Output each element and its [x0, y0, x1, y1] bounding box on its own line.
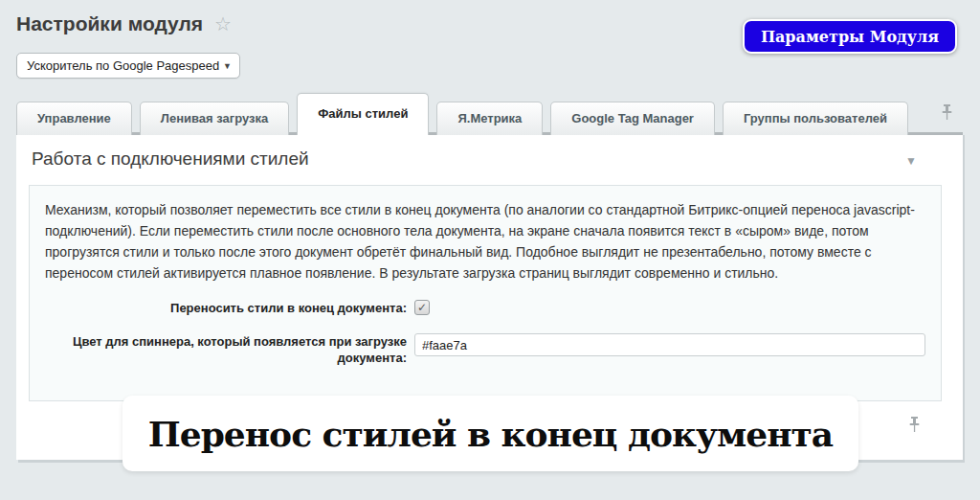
module-select[interactable]: Ускоритель по Google Pagespeed ▼	[16, 53, 240, 79]
tab-ya-metrika[interactable]: Я.Метрика	[436, 102, 543, 135]
tab-style-files[interactable]: Файлы стилей	[297, 93, 429, 135]
tab-management[interactable]: Управление	[16, 102, 132, 135]
pin-icon[interactable]	[908, 416, 921, 433]
page-title: Настройки модуля ☆	[16, 12, 232, 35]
favorite-star-icon[interactable]: ☆	[214, 12, 232, 35]
section-header: Работа с подключениями стилей ▼	[16, 135, 963, 181]
move-styles-row: Переносить стили в конец документа: ✓	[30, 300, 941, 316]
tab-user-groups[interactable]: Группы пользователей	[723, 102, 908, 135]
collapse-caret-icon[interactable]: ▼	[905, 154, 917, 168]
move-styles-label: Переносить стили в конец документа:	[30, 300, 414, 316]
spinner-color-label: Цвет для спиннера, который появляется пр…	[30, 333, 414, 366]
spinner-color-input[interactable]	[414, 333, 925, 356]
section-title: Работа с подключениями стилей	[32, 148, 309, 169]
select-arrow-icon: ▼	[223, 61, 232, 71]
overlay-caption: Перенос стилей в конец документа	[122, 396, 858, 471]
spinner-color-row: Цвет для спиннера, который появляется пр…	[30, 333, 941, 366]
overlay-caption-text: Перенос стилей в конец документа	[148, 414, 833, 454]
module-select-value: Ускоритель по Google Pagespeed	[27, 58, 219, 73]
section-body: Механизм, который позволяет переместить …	[29, 185, 942, 401]
move-styles-checkbox[interactable]: ✓	[414, 300, 430, 315]
tab-bar: Управление Ленивая загрузка Файлы стилей…	[16, 93, 963, 135]
check-icon: ✓	[417, 302, 427, 313]
tab-google-tag-manager[interactable]: Google Tag Manager	[550, 102, 715, 135]
tab-lazy-load[interactable]: Ленивая загрузка	[140, 102, 289, 135]
module-params-button[interactable]: Параметры Модуля	[743, 19, 957, 54]
page-title-text: Настройки модуля	[16, 12, 203, 35]
section-description: Механизм, который позволяет переместить …	[45, 199, 925, 284]
